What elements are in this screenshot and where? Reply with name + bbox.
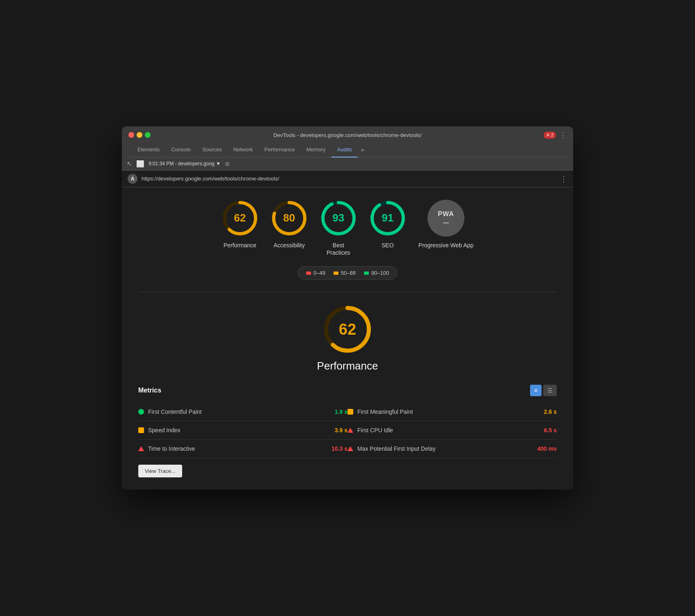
score-label-seo: SEO (382, 242, 394, 249)
legend-dot-average (334, 271, 338, 275)
si-name: Speed Index (148, 427, 331, 433)
fci-name: First CPU Idle (357, 427, 540, 433)
big-score-label: Performance (317, 360, 378, 372)
score-label-best-practices: BestPractices (327, 242, 350, 256)
score-ring-performance: 62 (222, 200, 258, 237)
secondary-bar: ↖ ⬜ 9:01:34 PM - developers.goog ▼ ⊘ (122, 157, 573, 171)
tti-value: 10.3 s (331, 445, 348, 452)
tab-bar: Elements Console Sources Network Perform… (128, 142, 567, 157)
toggle-list-button[interactable]: ☰ (543, 385, 557, 396)
grid-icon: ≡ (534, 387, 537, 394)
legend-pass: 90–100 (364, 270, 389, 276)
tab-performance[interactable]: Performance (258, 142, 300, 157)
view-toggle: ≡ ☰ (530, 385, 557, 396)
score-card-best-practices: 93 BestPractices (320, 200, 357, 256)
device-icon: ⬜ (136, 160, 144, 168)
tab-memory[interactable]: Memory (301, 142, 331, 157)
title-bar-right: ✕ 2 ⋮ (544, 130, 567, 139)
error-x-icon: ✕ (546, 132, 550, 138)
fmp-value: 2.6 s (544, 408, 557, 415)
metrics-header: Metrics ≡ ☰ (138, 385, 557, 396)
tab-network[interactable]: Network (228, 142, 259, 157)
metric-row-fcp: First Contentful Paint 1.9 s (138, 403, 348, 421)
metric-row-si: Speed Index 3.9 s (138, 421, 348, 440)
title-bar: DevTools - developers.google.com/web/too… (122, 126, 573, 157)
score-ring-seo: 91 (369, 200, 406, 237)
close-button[interactable] (128, 132, 134, 138)
big-score-section: 62 Performance (138, 305, 557, 372)
minimize-button[interactable] (137, 132, 142, 138)
metric-row-fci: First CPU Idle 6.5 s (348, 421, 557, 440)
url-bar: A https://developers.google.com/web/tool… (122, 171, 573, 187)
toggle-grid-button[interactable]: ≡ (530, 385, 542, 396)
score-value-best-practices: 93 (332, 212, 344, 224)
score-value-seo: 91 (382, 212, 393, 224)
si-value: 3.9 s (335, 427, 348, 433)
fci-icon (348, 428, 353, 433)
fcp-value: 1.9 s (335, 408, 348, 415)
tti-name: Time to Interactive (148, 445, 327, 452)
tti-icon (138, 446, 144, 451)
score-card-pwa: PWA — Progressive Web App (418, 200, 473, 256)
browser-window: DevTools - developers.google.com/web/too… (122, 126, 573, 490)
score-card-seo: 91 SEO (369, 200, 406, 256)
main-content: 62 Performance 80 Accessibility (122, 187, 573, 490)
cursor-icon: ↖ (127, 160, 132, 168)
legend-average-label: 50–89 (341, 270, 356, 276)
si-icon (138, 427, 144, 433)
tab-audits[interactable]: Audits (331, 142, 358, 157)
mpfid-value: 400 ms (537, 445, 557, 452)
section-divider (138, 292, 557, 292)
tab-sources[interactable]: Sources (197, 142, 228, 157)
fmp-icon (348, 409, 353, 415)
score-label-pwa: Progressive Web App (418, 242, 473, 249)
no-throttle-icon: ⊘ (225, 160, 230, 167)
tab-elements[interactable]: Elements (132, 142, 165, 157)
tab-more-icon[interactable]: » (358, 142, 368, 157)
mpfid-name: Max Potential First Input Delay (357, 445, 533, 452)
pwa-text: PWA (438, 210, 454, 218)
legend-dot-pass (364, 271, 369, 275)
tab-console[interactable]: Console (165, 142, 197, 157)
metric-row-mpfid: Max Potential First Input Delay 400 ms (348, 440, 557, 458)
legend-fail-label: 0–49 (313, 270, 325, 276)
error-count: 2 (551, 132, 553, 137)
mpfid-icon (348, 446, 353, 451)
view-trace-button[interactable]: View Trace... (138, 465, 182, 477)
pwa-dash: — (443, 219, 449, 226)
fci-value: 6.5 s (544, 427, 557, 433)
url-menu-icon[interactable]: ⋮ (560, 174, 567, 183)
legend: 0–49 50–89 90–100 (138, 266, 557, 280)
bottom-hint: View Trace... (138, 465, 557, 477)
score-label-accessibility: Accessibility (274, 242, 305, 249)
fcp-name: First Contentful Paint (148, 408, 331, 415)
window-title: DevTools - developers.google.com/web/too… (273, 132, 421, 138)
maximize-button[interactable] (145, 132, 151, 138)
metric-row-tti: Time to Interactive 10.3 s (138, 440, 348, 458)
big-score-value: 62 (339, 321, 356, 338)
score-ring-best-practices: 93 (320, 200, 357, 237)
metrics-col-left: First Contentful Paint 1.9 s Speed Index… (138, 403, 348, 458)
metrics-title: Metrics (138, 387, 161, 394)
devtools-menu-icon[interactable]: ⋮ (559, 130, 567, 139)
metrics-section: Metrics ≡ ☰ First Contentful Paint (138, 385, 557, 477)
list-icon: ☰ (547, 387, 553, 394)
site-icon: A (128, 174, 137, 184)
fcp-icon (138, 409, 144, 415)
traffic-lights (128, 132, 151, 138)
score-cards: 62 Performance 80 Accessibility (138, 200, 557, 256)
score-value-performance: 62 (234, 212, 246, 224)
score-card-accessibility: 80 Accessibility (271, 200, 308, 256)
legend-pass-label: 90–100 (371, 270, 389, 276)
pwa-circle: PWA — (428, 200, 464, 237)
metrics-grid: First Contentful Paint 1.9 s Speed Index… (138, 403, 557, 458)
legend-inner: 0–49 50–89 90–100 (297, 266, 398, 280)
url-text: https://developers.google.com/web/tools/… (142, 176, 556, 182)
score-ring-accessibility: 80 (271, 200, 308, 237)
error-badge[interactable]: ✕ 2 (544, 132, 556, 139)
title-row: DevTools - developers.google.com/web/too… (128, 132, 567, 138)
legend-fail: 0–49 (306, 270, 325, 276)
legend-average: 50–89 (334, 270, 356, 276)
legend-dot-fail (306, 271, 311, 275)
session-info: 9:01:34 PM - developers.goog ▼ (149, 161, 221, 167)
